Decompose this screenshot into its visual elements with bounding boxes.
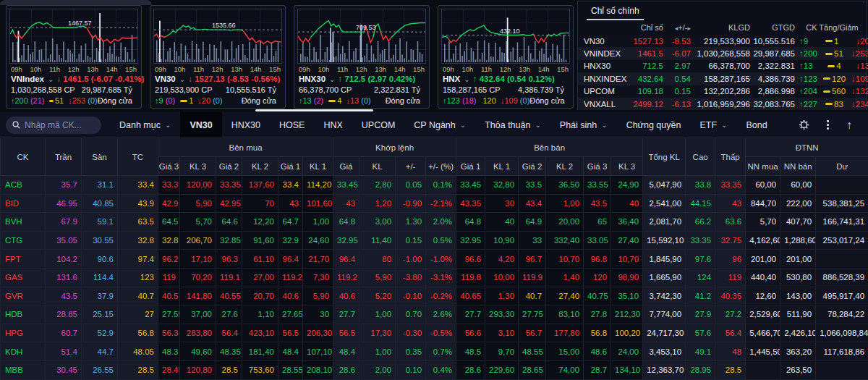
sell-vol-2[interactable]: 74,00	[546, 360, 584, 379]
sell-price-2[interactable]: 33.5	[519, 176, 546, 195]
sell-vol-1[interactable]: 9,70	[485, 342, 519, 361]
index-row-HNX30[interactable]: HNX30712.52.9766,378,7002,322.831↑134↓13	[578, 60, 867, 72]
buy-price-1[interactable]: 27.65	[278, 305, 303, 324]
change[interactable]: -3.80	[396, 268, 426, 287]
header-sell-price2[interactable]: Giá 2	[519, 157, 546, 176]
tab-phái-sinh[interactable]: Phái sinh⌄	[550, 112, 617, 138]
sell-vol-3[interactable]: 35,10	[611, 287, 643, 305]
change[interactable]: 1.30	[396, 213, 426, 232]
buy-price-2[interactable]: 64.6	[216, 213, 242, 232]
buy-vol-3[interactable]: 283,80	[180, 324, 216, 342]
chevron-down-icon[interactable]: ⌄	[464, 75, 469, 83]
buy-price-2[interactable]: 32.85	[216, 231, 242, 250]
symbol[interactable]: KDH	[1, 342, 46, 361]
change[interactable]: -0.30	[396, 324, 426, 342]
buy-vol-3[interactable]: 120,00	[180, 176, 216, 195]
buy-vol-2[interactable]: 423,10	[242, 324, 278, 342]
tab-bond[interactable]: Bond	[736, 112, 776, 138]
sell-vol-3[interactable]: 40	[611, 194, 643, 213]
buy-price-3[interactable]: 32.8	[158, 231, 180, 250]
sell-price-2[interactable]: 27.75	[519, 305, 546, 324]
header-match-vol[interactable]: KL	[359, 157, 396, 176]
sell-price-1[interactable]: 32.95	[456, 231, 485, 250]
symbol[interactable]: HDB	[1, 305, 46, 324]
index-row-VN30[interactable]: VN301527.13-8.53219,533,90010,555.516↑91…	[578, 35, 867, 47]
symbol[interactable]: MBB	[1, 360, 46, 379]
buy-vol-2[interactable]: 753,60	[242, 360, 278, 379]
buy-price-1[interactable]: 64.7	[278, 213, 303, 232]
change[interactable]: -0.10	[396, 287, 426, 305]
sell-price-1[interactable]: 96.6	[456, 250, 485, 269]
buy-price-3[interactable]: 28.45	[158, 360, 180, 379]
header-sell-price1[interactable]: Giá 1	[456, 157, 485, 176]
sell-vol-2[interactable]: 1,40	[546, 268, 584, 287]
change-pct[interactable]: 2.6%	[426, 305, 456, 324]
ticker-search[interactable]	[6, 117, 101, 134]
header-sell-price3[interactable]: Giá 3	[584, 157, 611, 176]
header-match-price[interactable]: Giá	[333, 157, 359, 176]
symbol[interactable]: BID	[1, 194, 46, 213]
change[interactable]: 0.05	[396, 176, 426, 195]
sell-vol-3[interactable]: 10,70	[611, 250, 643, 269]
sell-vol-3[interactable]: 134,10	[611, 360, 643, 379]
index-row-UPCOM[interactable]: UPCOM109.180.15132,202,2862,886.998↑2045…	[578, 85, 867, 98]
sell-vol-3[interactable]: 100,20	[611, 324, 643, 342]
symbol[interactable]: GAS	[1, 268, 46, 287]
match-price[interactable]: 96.4	[333, 250, 359, 269]
sell-price-3[interactable]: 65	[584, 213, 611, 232]
sell-vol-1[interactable]: 30	[485, 194, 519, 213]
index-name[interactable]: HNX30	[299, 75, 326, 83]
sell-vol-1[interactable]: 3,10	[485, 324, 519, 342]
sell-vol-3[interactable]: 27,40	[611, 231, 643, 250]
buy-price-1[interactable]: 119.2	[278, 268, 303, 287]
symbol[interactable]: FPT	[1, 250, 46, 269]
scroll-top-icon[interactable]: ↑	[846, 119, 852, 131]
buy-vol-1[interactable]: 107,10	[303, 342, 333, 361]
settings-icon[interactable]	[799, 119, 809, 130]
buy-vol-3[interactable]: 49,60	[180, 342, 216, 361]
header-change[interactable]: +/-	[396, 157, 426, 176]
buy-price-3[interactable]: 48.3	[158, 342, 180, 361]
header-high[interactable]: Cao	[686, 138, 715, 176]
symbol[interactable]: BVH	[1, 213, 46, 232]
index-name[interactable]: HNX	[443, 75, 460, 83]
index-row-VNXALL[interactable]: VNXALL2499.12-6.131,016,959,29632,083.76…	[578, 98, 867, 110]
sell-price-1[interactable]: 64.8	[456, 213, 485, 232]
header-ck[interactable]: CK	[1, 138, 46, 176]
sell-price-3[interactable]: 33.05	[584, 231, 611, 250]
buy-vol-2[interactable]: 91,60	[242, 231, 278, 250]
symbol[interactable]: CTG	[1, 231, 46, 250]
match-price[interactable]: 56.5	[333, 324, 359, 342]
sell-vol-2[interactable]: 177,80	[546, 324, 584, 342]
header-sell-vol2[interactable]: KL 2	[546, 157, 584, 176]
sell-vol-1[interactable]: 10,90	[485, 231, 519, 250]
match-vol[interactable]: 5,90	[359, 268, 396, 287]
buy-vol-1[interactable]: 114,20	[303, 176, 333, 195]
sell-vol-2[interactable]: 15,00	[546, 342, 584, 361]
change[interactable]: 0.15	[396, 231, 426, 250]
sell-vol-1[interactable]: 40	[485, 213, 519, 232]
match-price[interactable]: 32.95	[333, 231, 359, 250]
header-buy-vol2[interactable]: KL 2	[242, 157, 278, 176]
buy-price-3[interactable]: 64.5	[158, 213, 180, 232]
header-buy-price3[interactable]: Giá 3	[158, 157, 180, 176]
buy-price-3[interactable]: 119	[158, 268, 180, 287]
change[interactable]: -1.00	[396, 250, 426, 269]
header-change-pct[interactable]: +/- (%)	[426, 157, 456, 176]
sell-price-3[interactable]: 28.7	[584, 360, 611, 379]
sell-vol-3[interactable]: 24,00	[611, 342, 643, 361]
sell-price-3[interactable]: 40.75	[584, 287, 611, 305]
buy-price-2[interactable]: 27.6	[216, 305, 242, 324]
buy-price-2[interactable]: 40.55	[216, 287, 242, 305]
sell-vol-3[interactable]: 36,40	[611, 213, 643, 232]
match-vol[interactable]: 80	[359, 250, 396, 269]
buy-vol-2[interactable]: 61,10	[242, 250, 278, 269]
buy-price-1[interactable]: 56.5	[278, 324, 303, 342]
buy-vol-1[interactable]: 101,60	[303, 194, 333, 213]
sell-vol-1[interactable]: 229,60	[485, 360, 519, 379]
match-vol[interactable]: 1,00	[359, 305, 396, 324]
buy-vol-2[interactable]: 70	[242, 194, 278, 213]
sell-price-2[interactable]: 119.9	[519, 268, 546, 287]
change-pct[interactable]: -0.2%	[426, 287, 456, 305]
match-price[interactable]: 40.6	[333, 287, 359, 305]
